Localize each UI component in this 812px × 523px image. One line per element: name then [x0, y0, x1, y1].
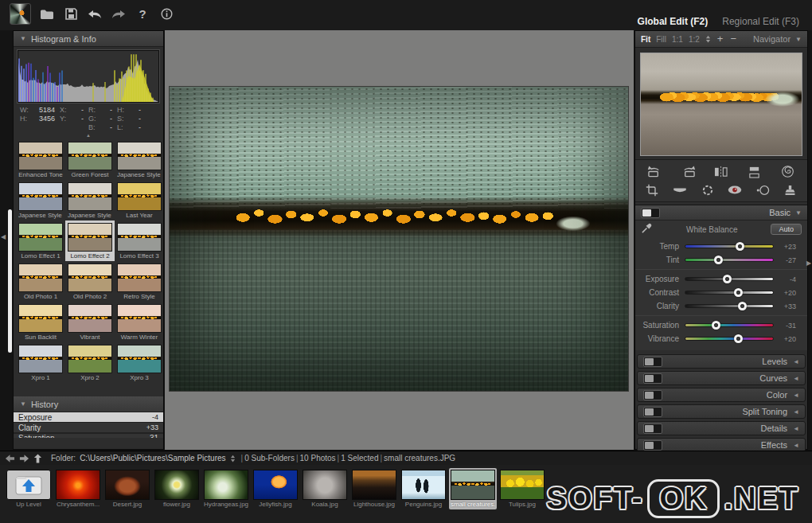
slider-knob[interactable]: [723, 275, 732, 283]
panel-curves[interactable]: Curves◄: [637, 371, 806, 385]
tab-regional-edit[interactable]: Regional Edit (F3): [722, 16, 799, 27]
filmstrip-item-small-creatures[interactable]: small creatures...: [449, 468, 497, 509]
redo-icon[interactable]: [111, 7, 127, 21]
undo-icon[interactable]: [87, 7, 103, 21]
preset-old-photo-1[interactable]: Old Photo 1: [16, 261, 65, 302]
history-item-exposure[interactable]: Exposure-4: [14, 412, 163, 423]
preset-old-photo-2[interactable]: Old Photo 2: [65, 261, 115, 302]
preset-vibrant[interactable]: Vibrant: [65, 302, 115, 342]
panel-toggle[interactable]: [643, 390, 662, 400]
slider-knob[interactable]: [712, 321, 720, 330]
panel-levels[interactable]: Levels◄: [637, 354, 806, 369]
slider-track[interactable]: [685, 337, 774, 341]
auto-white-balance-button[interactable]: Auto: [771, 224, 802, 235]
help-icon[interactable]: ?: [135, 7, 150, 21]
up-level-icon[interactable]: [33, 454, 42, 463]
panel-toggle[interactable]: [643, 357, 662, 367]
preset-enhanced-tone[interactable]: Enhanced Tone: [16, 139, 65, 180]
filmstrip-item-flower-jpg[interactable]: flower.jpg: [153, 468, 201, 509]
slider-knob[interactable]: [734, 288, 743, 297]
panel-toggle[interactable]: [643, 373, 662, 384]
filmstrip-item-desert-jpg[interactable]: Desert.jpg: [103, 468, 151, 509]
slider-track[interactable]: [685, 291, 774, 295]
filmstrip-item-koala-jpg[interactable]: Koala.jpg: [301, 468, 349, 509]
rotate-right-icon[interactable]: [677, 164, 698, 180]
slider-knob[interactable]: [738, 302, 747, 310]
app-logo[interactable]: [10, 3, 31, 25]
zoom-mode-fill[interactable]: Fill: [656, 35, 666, 44]
left-panel-collapse-arrow[interactable]: ◀: [1, 233, 6, 240]
filmstrip-item-lighthouse-jpg[interactable]: Lighthouse.jpg: [350, 468, 398, 509]
filmstrip-item-penguins-jpg[interactable]: Penguins.jpg: [400, 468, 447, 509]
swirl-icon[interactable]: [777, 164, 798, 180]
navigator-preview[interactable]: [640, 53, 802, 156]
slider-track[interactable]: [685, 304, 774, 308]
slider-track[interactable]: [685, 258, 774, 262]
right-panel-collapse-arrow[interactable]: ▶: [806, 260, 811, 267]
panel-toggle[interactable]: [643, 440, 662, 451]
crop-icon[interactable]: [642, 182, 662, 198]
zoom-mode-1-1[interactable]: 1:1: [672, 35, 683, 44]
back-arrow-icon[interactable]: [5, 455, 15, 463]
zoom-in-button[interactable]: +: [716, 35, 724, 43]
straighten-icon[interactable]: [670, 182, 690, 198]
filmstrip-item-tulips-jpg[interactable]: Tulips.jpg: [498, 468, 546, 509]
panel-split-toning[interactable]: Split Toning◄: [637, 404, 806, 419]
folder-stepper-icon[interactable]: [230, 455, 236, 463]
zoom-mode-1-2[interactable]: 1:2: [689, 35, 700, 44]
zoom-mode-fit[interactable]: Fit: [641, 35, 650, 44]
history-item-clarity[interactable]: Clarity+33: [14, 423, 163, 433]
basic-toggle[interactable]: [641, 208, 660, 218]
panel-toggle[interactable]: [643, 423, 662, 434]
red-eye-icon[interactable]: [724, 182, 745, 198]
filmstrip-item-jellyfish-jpg[interactable]: Jellyfish.jpg: [252, 468, 299, 509]
zoom-stepper-icon[interactable]: [705, 35, 711, 43]
lens-icon[interactable]: [697, 182, 718, 198]
open-folder-icon[interactable]: [39, 7, 55, 21]
preset-xpro-2[interactable]: Xpro 2: [65, 342, 115, 383]
preset-japanese-style-3[interactable]: Japanese Style 3: [65, 180, 115, 221]
panel-color[interactable]: Color◄: [637, 388, 806, 402]
preset-lomo-effect-2[interactable]: Lomo Effect 2: [65, 221, 115, 261]
preset-warm-winter[interactable]: Warm Winter: [115, 302, 164, 342]
stamp-icon[interactable]: [780, 182, 801, 198]
preset-lomo-effect-3[interactable]: Lomo Effect 3: [115, 221, 164, 261]
spot-removal-icon[interactable]: [752, 182, 773, 198]
forward-arrow-icon[interactable]: [19, 455, 29, 463]
filmstrip-item-hydrangeas-jpg[interactable]: Hydrangeas.jpg: [202, 468, 250, 509]
tab-global-edit[interactable]: Global Edit (F2): [638, 16, 709, 27]
preset-last-year[interactable]: Last Year: [115, 180, 164, 221]
main-photo[interactable]: [169, 86, 629, 392]
history-section-header[interactable]: ▼ History: [14, 396, 163, 412]
basic-panel-header[interactable]: Basic ▼: [635, 205, 807, 221]
preset-xpro-3[interactable]: Xpro 3: [115, 342, 164, 383]
histogram-section-header[interactable]: ▼ Histogram & Info: [14, 31, 163, 47]
eyedropper-icon[interactable]: [641, 222, 653, 237]
flip-vertical-icon[interactable]: [744, 164, 765, 180]
collapse-triangle-icon[interactable]: ▼: [795, 36, 802, 43]
panel-details[interactable]: Details◄: [637, 421, 806, 435]
filmstrip-item-chrysanthem[interactable]: Chrysanthem...: [54, 468, 102, 509]
panel-toggle[interactable]: [643, 407, 662, 417]
slider-track[interactable]: [685, 323, 774, 327]
folder-path[interactable]: C:\Users\Public\Pictures\Sample Pictures: [80, 454, 225, 463]
preset-japanese-style-2[interactable]: Japanese Style 2: [16, 180, 65, 221]
preset-lomo-effect-1[interactable]: Lomo Effect 1: [16, 221, 65, 261]
preset-sun-backlit[interactable]: Sun Backlit: [16, 302, 65, 342]
preset-japanese-style-1[interactable]: Japanese Style 1: [115, 139, 164, 180]
preset-green-forest[interactable]: Green Forest: [65, 139, 115, 180]
slider-track[interactable]: [685, 277, 774, 281]
slider-knob[interactable]: [714, 256, 723, 264]
slider-knob[interactable]: [736, 242, 744, 251]
slider-knob[interactable]: [734, 334, 743, 343]
history-item-saturation[interactable]: Saturation-31: [14, 433, 163, 438]
presets-scrollbar[interactable]: [8, 209, 12, 353]
preset-xpro-1[interactable]: Xpro 1: [16, 342, 65, 383]
filmstrip-item-up-level[interactable]: Up Level: [5, 468, 53, 509]
zoom-out-button[interactable]: −: [729, 35, 737, 43]
preset-retro-style[interactable]: Retro Style: [115, 261, 164, 302]
save-icon[interactable]: [63, 7, 79, 21]
rotate-left-icon[interactable]: [645, 164, 666, 180]
slider-track[interactable]: [685, 244, 774, 248]
info-icon[interactable]: [158, 7, 174, 21]
